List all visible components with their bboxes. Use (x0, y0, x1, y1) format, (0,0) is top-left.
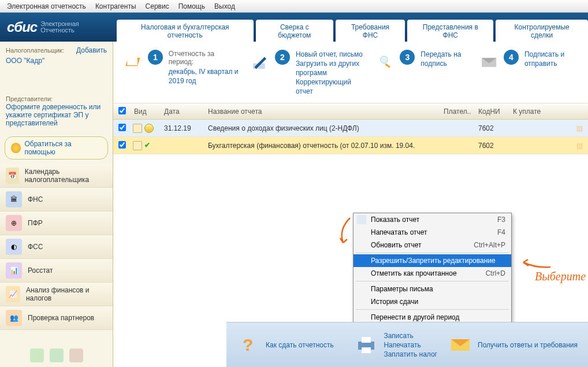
tab-tax-reporting[interactable]: Налоговая и бухгалтерская отчетность (117, 20, 254, 42)
fns-icon: 🏛 (6, 191, 22, 207)
step-2: 2 Новый отчет, письмо Загрузить из други… (251, 50, 366, 96)
col-payer[interactable]: Плател.. (444, 107, 478, 116)
step-4: 4 Подписать и отправить (480, 50, 578, 96)
menu-reporting[interactable]: Электронная отчетность (3, 1, 90, 12)
svg-rect-6 (362, 337, 371, 343)
pfr-icon: ⊕ (6, 215, 22, 231)
footer-paytax-link[interactable]: Заплатить налог (384, 350, 437, 359)
inspect-icon (376, 50, 394, 75)
step-3-badge: 3 (400, 50, 415, 65)
company-link[interactable]: ООО "Кадр" (6, 57, 44, 65)
menu-service[interactable]: Сервис (142, 1, 173, 12)
logo-brand: сбис (7, 19, 37, 35)
svg-rect-7 (362, 347, 371, 353)
step-3: 3 Передать на подпись (376, 50, 469, 96)
row-name: Сведения о доходах физических лиц (2-НДФ… (204, 124, 444, 132)
disk-icon (144, 124, 154, 133)
menu-item[interactable]: Разрешить/Запретить редактирование (353, 254, 511, 267)
step-4-link[interactable]: Подписать и отправить (524, 50, 578, 68)
step-2-link-load[interactable]: Загрузить из других программ (296, 59, 366, 77)
representatives-label: Представители: (6, 95, 53, 102)
row-action-icon[interactable]: ▤ (576, 142, 583, 150)
annotation-arrow-icon (333, 215, 356, 250)
footer-right[interactable]: Получить ответы и требования (449, 333, 578, 357)
menu-item[interactable]: История сдачи (353, 295, 511, 308)
footer-help[interactable]: ? Как сдать отчетность (237, 333, 334, 357)
footer-print-link[interactable]: Напечатать (384, 340, 437, 350)
sidebar: Налогоплательщик: Добавить ООО "Кадр" Пр… (0, 42, 113, 367)
partners-icon: 👥 (6, 310, 22, 326)
header: сбис ЭлектроннаяОтчетность Налоговая и б… (0, 13, 588, 42)
sidebar-item-fss[interactable]: ◐ФСС (0, 235, 113, 259)
row-checkbox[interactable] (118, 141, 126, 149)
svg-point-1 (381, 56, 388, 63)
tab-fns-requirements[interactable]: Требования ФНС (336, 20, 405, 42)
tab-controlled-deals[interactable]: Контролируемые сделки (496, 20, 588, 42)
calendar-icon: 📅 (6, 168, 19, 184)
sidebar-item-partners[interactable]: 👥Проверка партнеров (0, 306, 113, 330)
step-1: 1 Отчетность за период: декабрь, IV квар… (124, 50, 240, 96)
help-button[interactable]: Обратиться за помощью (5, 136, 108, 160)
add-taxpayer-link[interactable]: Добавить (76, 46, 107, 54)
mail-icon (449, 333, 472, 357)
step-1-title: Отчетность за период: (169, 50, 240, 66)
row-action-icon[interactable]: ▤ (576, 124, 583, 132)
logo: сбис ЭлектроннаяОтчетность (0, 19, 113, 35)
col-date[interactable]: Дата (164, 107, 204, 116)
analysis-icon: 📈 (6, 286, 20, 302)
step-3-link[interactable]: Передать на подпись (420, 50, 469, 68)
menu-item[interactable]: Показать отчетF3 (353, 213, 511, 226)
table-row[interactable]: 31.12.19 Сведения о доходах физических л… (113, 120, 588, 137)
step-2-link-correct[interactable]: Корректирующий отчет (296, 77, 366, 96)
badge-1-icon (30, 349, 44, 362)
col-vid[interactable]: Вид (131, 107, 164, 116)
menu-contragents[interactable]: Контрагенты (92, 1, 140, 12)
menu-exit[interactable]: Выход (211, 1, 239, 12)
rosstat-icon: 📊 (6, 262, 22, 279)
fss-icon: ◐ (6, 239, 22, 255)
svg-rect-2 (385, 64, 390, 68)
sidebar-item-rosstat[interactable]: 📊Росстат (0, 259, 113, 283)
doc-icon (133, 141, 142, 150)
folder-icon (124, 50, 142, 75)
sidebar-item-analysis[interactable]: 📈Анализ финансов и налогов (0, 283, 113, 306)
row-name: Бухгалтерская (финансовая) отчетность (о… (204, 142, 444, 150)
envelope-icon (480, 50, 498, 75)
footer-actions: Записать Напечатать Заплатить налог (355, 331, 437, 359)
help-icon (11, 143, 21, 153)
step-2-link-new[interactable]: Новый отчет, письмо (296, 50, 366, 59)
step-1-link[interactable]: декабрь, IV квартал и 2019 год (169, 67, 240, 86)
sidebar-nav: 📅Календарь налогоплательщика 🏛ФНС ⊕ПФР ◐… (0, 164, 113, 330)
row-checkbox[interactable] (118, 124, 126, 131)
menu-help[interactable]: Помощь (175, 1, 209, 12)
menu-item[interactable]: Обновить отчетCtrl+Alt+P (353, 239, 511, 251)
step-4-badge: 4 (504, 50, 519, 65)
sidebar-item-calendar[interactable]: 📅Календарь налогоплательщика (0, 164, 113, 188)
sidebar-badges (0, 344, 113, 367)
tab-fns-submissions[interactable]: Представления в ФНС (407, 20, 493, 42)
sidebar-item-fns[interactable]: 🏛ФНС (0, 188, 113, 212)
menu-item[interactable]: Напечатать отчетF4 (353, 226, 511, 239)
printer-icon (355, 333, 378, 357)
pen-icon (251, 50, 269, 75)
content: 1 Отчетность за период: декабрь, IV квар… (113, 42, 588, 367)
col-due[interactable]: К уплате (513, 107, 576, 116)
representatives-link[interactable]: Оформите доверенность или укажите сертиф… (6, 103, 101, 127)
col-name[interactable]: Название отчета (204, 107, 444, 116)
sidebar-item-pfr[interactable]: ⊕ПФР (0, 212, 113, 235)
row-kod: 7602 (478, 142, 513, 150)
badge-2-icon (50, 349, 64, 362)
footer-bar: ? Как сдать отчетность Записать Напечата… (226, 322, 588, 367)
menu-item[interactable]: Отметить как прочитанноеCtrl+D (353, 267, 511, 280)
menu-item[interactable]: Параметры письма (353, 283, 511, 295)
step-1-badge: 1 (148, 50, 163, 65)
tab-budget-sync[interactable]: Сверка с бюджетом (256, 20, 333, 42)
row-date: 31.12.19 (164, 124, 204, 132)
table-row[interactable]: ✔ Бухгалтерская (финансовая) отчетность … (113, 137, 588, 154)
select-all-checkbox[interactable] (118, 107, 126, 114)
footer-save-link[interactable]: Записать (384, 331, 437, 340)
col-kodni[interactable]: КодНИ (478, 107, 513, 116)
steps-row: 1 Отчетность за период: декабрь, IV квар… (113, 42, 588, 103)
table-header: Вид Дата Название отчета Плател.. КодНИ … (113, 103, 588, 120)
menu-icon (357, 215, 366, 224)
